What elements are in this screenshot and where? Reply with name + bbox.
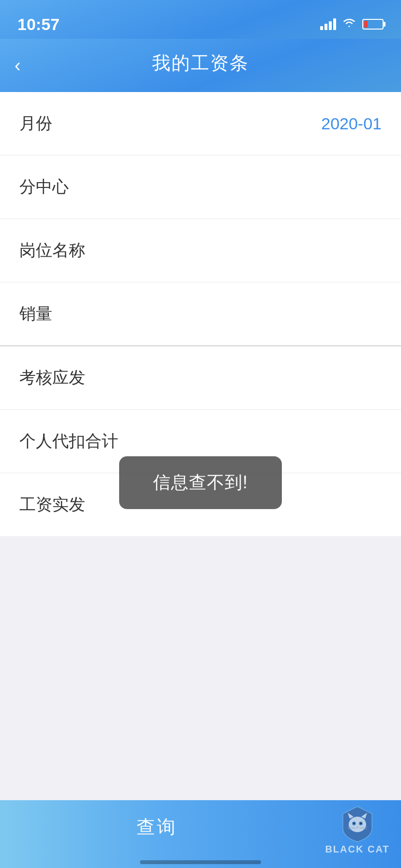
row-assessment: 考核应发 [0, 346, 401, 410]
main-content: 月份 2020-01 分中心 岗位名称 销量 考核应发 个人代扣合计 [0, 92, 401, 800]
svg-point-0 [349, 817, 366, 832]
bottom-bar: 查询 BLACK CAT [0, 800, 401, 868]
back-button[interactable]: ‹ [15, 55, 21, 76]
row-actual-salary: 工资实发 [0, 473, 401, 536]
query-button[interactable]: 查询 [0, 815, 314, 844]
label-center: 分中心 [19, 176, 69, 198]
cat-shield-icon [338, 804, 377, 843]
row-month: 月份 2020-01 [0, 92, 401, 155]
svg-point-7 [356, 826, 358, 828]
label-position: 岗位名称 [19, 239, 85, 262]
row-center: 分中心 [0, 155, 401, 219]
black-cat-logo: BLACK CAT [314, 800, 401, 858]
wifi-icon [342, 17, 356, 31]
battery-icon [362, 19, 384, 30]
home-indicator [140, 860, 261, 864]
row-deduction: 个人代扣合计 [0, 410, 401, 473]
value-month: 2020-01 [321, 114, 382, 133]
row-position: 岗位名称 [0, 219, 401, 282]
row-sales: 销量 [0, 282, 401, 346]
label-deduction: 个人代扣合计 [19, 430, 118, 452]
status-bar: 10:57 [0, 0, 401, 39]
nav-bar: ‹ 我的工资条 [0, 39, 401, 92]
label-assessment: 考核应发 [19, 367, 85, 389]
svg-point-6 [360, 822, 362, 824]
black-cat-label: BLACK CAT [325, 844, 389, 855]
label-actual-salary: 工资实发 [19, 494, 85, 516]
status-time: 10:57 [17, 15, 60, 34]
label-month: 月份 [19, 112, 52, 135]
query-label: 查询 [137, 815, 177, 839]
status-icons [320, 17, 384, 31]
rows-container: 月份 2020-01 分中心 岗位名称 销量 考核应发 个人代扣合计 [0, 92, 401, 536]
page-title: 我的工资条 [152, 51, 249, 76]
signal-icon [320, 18, 336, 30]
svg-point-5 [353, 822, 355, 824]
label-sales: 销量 [19, 303, 52, 325]
gray-spacer [0, 536, 401, 800]
